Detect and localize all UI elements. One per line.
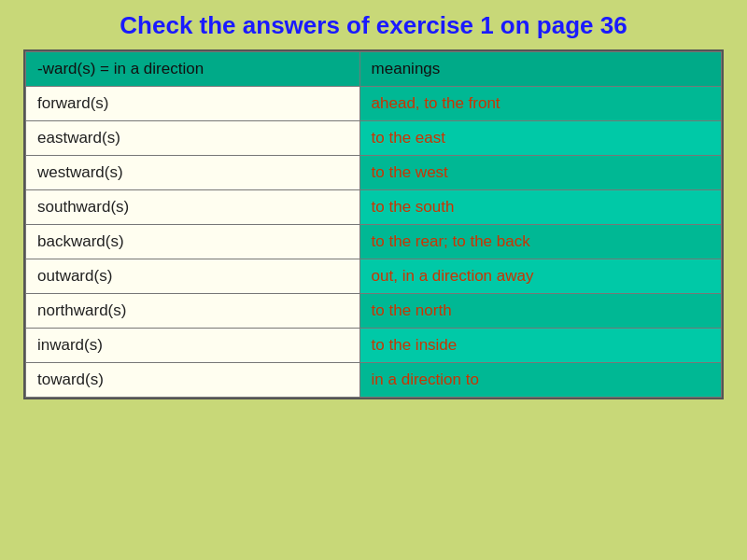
table-row: forward(s)ahead, to the front (26, 87, 722, 121)
meaning-cell: to the west (359, 156, 721, 190)
term-cell: outward(s) (26, 259, 360, 294)
table-row: toward(s)in a direction to (26, 363, 722, 398)
table-row: outward(s)out, in a direction away (26, 259, 722, 294)
term-cell: eastward(s) (26, 121, 360, 156)
table-row: eastward(s)to the east (26, 121, 722, 156)
meaning-cell: in a direction to (359, 363, 721, 398)
header-term-col: -ward(s) = in a direction (26, 52, 360, 87)
meaning-cell: to the south (359, 190, 721, 225)
term-cell: westward(s) (26, 156, 360, 190)
meaning-cell: to the east (359, 121, 721, 156)
vocabulary-table: -ward(s) = in a direction meanings forwa… (25, 51, 722, 398)
meaning-cell: to the north (359, 294, 721, 329)
term-cell: southward(s) (26, 190, 360, 225)
table-row: westward(s)to the west (26, 156, 722, 190)
term-cell: backward(s) (26, 225, 360, 259)
table-row: backward(s)to the rear; to the back (26, 225, 722, 259)
vocabulary-table-container: -ward(s) = in a direction meanings forwa… (23, 49, 724, 399)
term-cell: toward(s) (26, 363, 360, 398)
page-title: Check the answers of exercise 1 on page … (0, 0, 747, 49)
term-cell: northward(s) (26, 294, 360, 329)
meaning-cell: to the rear; to the back (359, 225, 721, 259)
header-meaning-col: meanings (359, 52, 721, 87)
term-cell: forward(s) (26, 87, 360, 121)
table-row: southward(s)to the south (26, 190, 722, 225)
table-row: northward(s)to the north (26, 294, 722, 329)
meaning-cell: to the inside (359, 329, 721, 363)
table-header-row: -ward(s) = in a direction meanings (26, 52, 722, 87)
meaning-cell: out, in a direction away (359, 259, 721, 294)
table-row: inward(s)to the inside (26, 329, 722, 363)
meaning-cell: ahead, to the front (359, 87, 721, 121)
term-cell: inward(s) (26, 329, 360, 363)
